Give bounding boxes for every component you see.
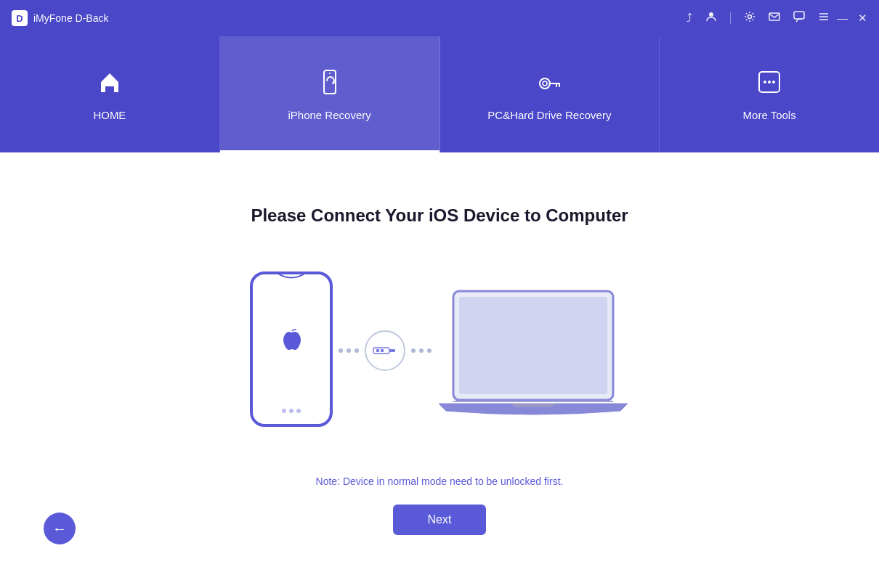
illustration [244, 269, 635, 432]
nav-label-iphone: iPhone Recovery [288, 109, 371, 121]
svg-point-1 [748, 15, 752, 19]
svg-rect-21 [389, 349, 395, 352]
app-logo: D [12, 10, 28, 26]
more-tools-icon [755, 68, 784, 100]
nav-item-pc-recovery[interactable]: PC&Hard Drive Recovery [440, 36, 660, 152]
main-content: Please Connect Your iOS Device to Comput… [0, 152, 879, 588]
nav-bar: HOME iPhone Recovery PC&Hard Drive Recov… [0, 36, 879, 152]
usb-connector [365, 330, 405, 371]
dot [419, 348, 424, 353]
svg-point-0 [709, 12, 713, 17]
dots-left [339, 348, 359, 353]
dots-right [411, 348, 432, 353]
menu-icon[interactable] [818, 11, 830, 25]
window-controls: — ✕ [837, 12, 867, 25]
share-icon[interactable]: ⤴ [686, 12, 692, 25]
svg-rect-3 [794, 12, 804, 19]
settings-icon[interactable] [744, 11, 756, 25]
laptop-illustration [432, 269, 635, 432]
home-icon [95, 68, 124, 100]
svg-point-13 [772, 81, 775, 83]
back-button[interactable]: ← [44, 513, 76, 544]
nav-item-iphone-recovery[interactable]: iPhone Recovery [220, 36, 440, 152]
title-bar: D iMyFone D-Back ⤴ — ✕ [0, 0, 879, 36]
connector-area [339, 330, 432, 371]
svg-rect-2 [769, 13, 779, 20]
svg-rect-20 [381, 349, 384, 352]
next-button[interactable]: Next [393, 505, 487, 535]
phone-illustration [244, 269, 339, 432]
dot [339, 348, 343, 353]
nav-label-more: More Tools [743, 109, 796, 121]
svg-rect-19 [376, 349, 379, 352]
chat-icon[interactable] [793, 11, 805, 25]
svg-point-9 [543, 81, 547, 86]
nav-label-home: HOME [93, 109, 126, 121]
nav-item-more-tools[interactable]: More Tools [660, 36, 879, 152]
svg-rect-23 [459, 297, 607, 394]
dot [347, 348, 351, 353]
dot [411, 348, 416, 353]
nav-label-pc: PC&Hard Drive Recovery [487, 109, 611, 121]
svg-point-11 [763, 81, 766, 83]
svg-point-17 [296, 409, 301, 413]
svg-point-15 [282, 409, 286, 413]
svg-point-12 [768, 81, 771, 83]
nav-item-home[interactable]: HOME [0, 36, 220, 152]
minimize-btn[interactable]: — [837, 12, 848, 25]
svg-point-8 [540, 78, 550, 89]
mail-icon[interactable] [769, 11, 780, 25]
app-name: iMyFone D-Back [33, 12, 686, 24]
note-text: Note: Device in normal mode need to be u… [316, 475, 564, 487]
page-title: Please Connect Your iOS Device to Comput… [251, 205, 628, 226]
pc-recovery-icon [533, 68, 565, 100]
iphone-recovery-icon [315, 68, 344, 100]
dot [355, 348, 359, 353]
svg-point-16 [289, 409, 293, 413]
close-btn[interactable]: ✕ [858, 12, 867, 25]
title-bar-icons: ⤴ [686, 11, 830, 25]
account-icon[interactable] [705, 11, 717, 25]
